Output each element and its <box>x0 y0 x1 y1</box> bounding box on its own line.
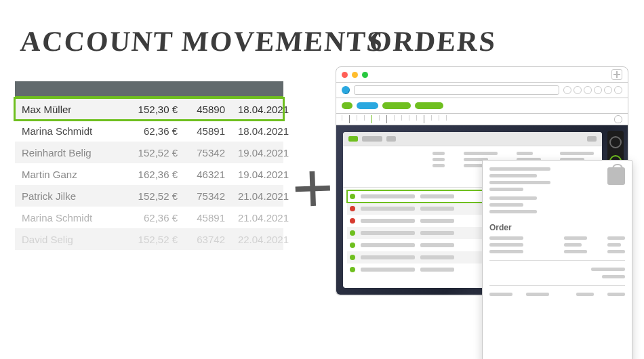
cell-ref: 45891 <box>178 125 225 137</box>
status-dot-icon <box>350 230 355 236</box>
cell-amount: 62,36 € <box>123 125 178 137</box>
cell-date: 18.04.2021 <box>230 104 289 115</box>
table-row[interactable]: Martin Ganz162,36 €4632119.04.2021 <box>15 163 283 185</box>
filter-pill[interactable] <box>382 102 411 109</box>
toolbar-chip[interactable] <box>587 136 597 142</box>
status-dot-icon <box>350 194 355 199</box>
table-header-bar <box>15 81 283 98</box>
browser-action-icons <box>563 86 622 94</box>
action-icon[interactable] <box>563 86 571 94</box>
status-dot-icon <box>350 267 355 272</box>
plus-glyph: + <box>290 145 336 232</box>
order-label <box>420 255 454 259</box>
order-title: Order <box>489 223 625 232</box>
doc-line <box>489 196 537 200</box>
toolbar-chip[interactable] <box>362 136 382 142</box>
table-row[interactable]: Reinhardt Belig152,52 €7534219.04.2021 <box>15 142 283 163</box>
account-movements-table: Max Müller152,30 €4589018.04.2021Marina … <box>15 81 283 250</box>
cell-date: 19.04.2021 <box>230 169 289 180</box>
action-icon[interactable] <box>614 86 622 94</box>
cell-amount: 152,52 € <box>123 147 178 159</box>
action-icon[interactable] <box>604 86 612 94</box>
filter-pill[interactable] <box>357 102 378 109</box>
action-icon[interactable] <box>594 86 602 94</box>
order-label <box>420 207 454 211</box>
status-dot-icon <box>350 206 355 211</box>
table-row[interactable]: Marina Schmidt62,36 €4589118.04.2021 <box>15 120 283 142</box>
cell-date: 21.04.2021 <box>230 190 289 202</box>
cell-ref: 45891 <box>178 212 225 224</box>
cell-date: 19.04.2021 <box>230 147 289 159</box>
order-label <box>361 255 415 259</box>
heading-orders: Orders <box>369 27 498 56</box>
order-label <box>361 268 415 272</box>
url-input[interactable] <box>354 85 559 95</box>
doc-line <box>489 210 537 213</box>
cell-name: Max Müller <box>22 104 123 115</box>
cell-name: Reinhardt Belig <box>22 147 123 159</box>
order-label <box>420 194 454 198</box>
filter-pill[interactable] <box>342 102 353 109</box>
order-label <box>361 194 415 198</box>
cell-name: Marina Schmidt <box>22 212 123 224</box>
doc-line <box>489 181 550 184</box>
table-row[interactable]: Max Müller152,30 €4589018.04.2021 <box>15 98 283 120</box>
table-row[interactable]: David Selig152,52 €6374222.04.2021 <box>15 228 283 250</box>
cell-date: 22.04.2021 <box>230 234 289 245</box>
cell-date: 21.04.2021 <box>230 212 289 224</box>
diagram-canvas: Account movements Orders Max Müller152,3… <box>0 0 644 359</box>
order-label <box>420 243 454 247</box>
order-totals <box>489 268 625 278</box>
dock-icon[interactable] <box>609 136 622 148</box>
heading-account-movements: Account movements <box>20 27 385 56</box>
bell-icon[interactable] <box>614 115 622 123</box>
cell-name: Marina Schmidt <box>22 125 123 137</box>
favicon-icon <box>342 86 350 94</box>
window-max-dot[interactable] <box>362 72 368 78</box>
cell-ref: 75342 <box>178 147 225 159</box>
app-toolbar <box>343 132 602 146</box>
doc-line <box>489 188 523 191</box>
cell-amount: 62,36 € <box>123 212 178 224</box>
cell-date: 18.04.2021 <box>230 125 289 137</box>
new-tab-button[interactable] <box>611 69 622 80</box>
order-label <box>361 243 415 247</box>
order-label <box>420 231 454 235</box>
order-label <box>361 207 415 211</box>
status-dot-icon <box>350 255 355 260</box>
table-row[interactable]: Marina Schmidt62,36 €4589121.04.2021 <box>15 207 283 228</box>
cell-name: Patrick Jilke <box>22 190 123 202</box>
shopping-bag-icon <box>607 167 625 185</box>
divider <box>489 285 625 286</box>
cell-ref: 63742 <box>178 234 225 245</box>
timeline-row <box>336 114 628 125</box>
order-label <box>361 231 415 235</box>
cell-ref: 45890 <box>178 104 225 115</box>
status-dot-icon <box>350 218 355 224</box>
filter-pill[interactable] <box>415 102 443 109</box>
browser-tabbar <box>336 67 628 83</box>
table-row[interactable]: Patrick Jilke152,52 €7534221.04.2021 <box>15 185 283 207</box>
window-close-dot[interactable] <box>342 72 348 78</box>
table-body: Max Müller152,30 €4589018.04.2021Marina … <box>15 98 283 250</box>
cell-ref: 75342 <box>178 190 225 202</box>
action-icon[interactable] <box>573 86 582 94</box>
order-label <box>361 219 415 223</box>
doc-line <box>489 167 550 171</box>
status-dot-icon <box>350 242 355 248</box>
toolbar-chip[interactable] <box>386 136 396 142</box>
order-label <box>420 268 454 272</box>
cell-amount: 162,36 € <box>123 169 178 180</box>
orders-mock: 152,30 €0,00 €2,19 €2,19 €2,19 €1,40 €2,… <box>336 66 627 295</box>
action-icon[interactable] <box>584 86 592 94</box>
cell-name: Martin Ganz <box>22 169 123 180</box>
window-min-dot[interactable] <box>352 72 358 78</box>
order-line-items <box>489 236 625 253</box>
cell-name: David Selig <box>22 234 123 245</box>
browser-urlrow <box>336 83 628 98</box>
order-label <box>420 219 454 223</box>
cell-ref: 46321 <box>178 169 225 180</box>
order-document: Order <box>482 160 632 359</box>
filter-pill-row <box>336 98 628 114</box>
toolbar-chip[interactable] <box>348 136 358 142</box>
